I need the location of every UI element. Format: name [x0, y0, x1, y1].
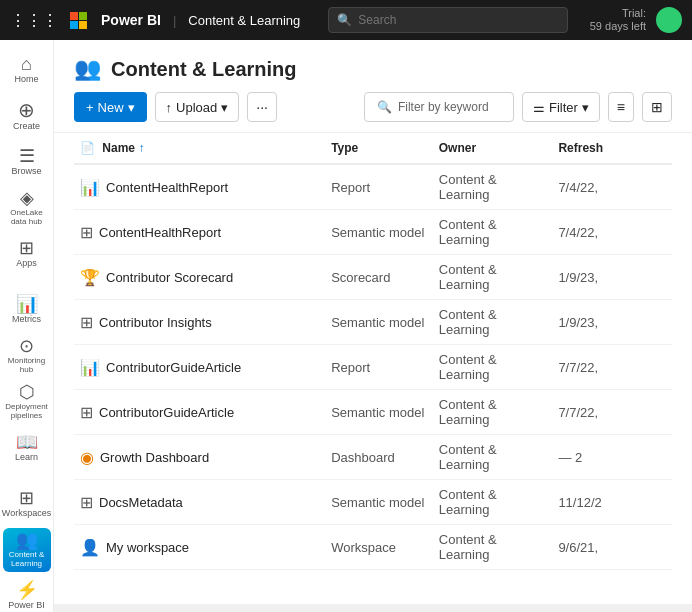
col-refresh-label: Refresh: [558, 141, 603, 155]
table-row[interactable]: 👤 My workspace Workspace Content & Learn…: [74, 525, 672, 570]
row-name-1: ContentHealthReport: [99, 225, 221, 240]
view-toggle-button[interactable]: ≡: [608, 92, 634, 122]
cell-name-0: 📊 ContentHealthReport: [74, 164, 325, 210]
cell-refresh-6: — 2: [552, 435, 672, 480]
topbar-search-box[interactable]: 🔍: [328, 7, 568, 33]
cell-owner-8: Content & Learning: [433, 525, 553, 570]
row-icon-4: 📊: [80, 358, 100, 377]
table-row[interactable]: ◉ Growth Dashboard Dashboard Content & L…: [74, 435, 672, 480]
workspaces-icon: ⊞: [19, 489, 34, 507]
col-header-owner[interactable]: Owner: [433, 133, 553, 164]
filter-chevron-icon: ▾: [582, 100, 589, 115]
file-icon-header: 📄: [80, 141, 95, 155]
cell-refresh-5: 7/7/22,: [552, 390, 672, 435]
search-input[interactable]: [358, 13, 559, 27]
filter-keyword-button[interactable]: 🔍 Filter by keyword: [364, 92, 514, 122]
cell-owner-5: Content & Learning: [433, 390, 553, 435]
sidebar-item-deployment[interactable]: ⬡ Deployment pipelines: [3, 380, 51, 424]
monitoring-icon: ⊙: [19, 337, 34, 355]
sidebar-item-metrics[interactable]: 📊 Metrics: [3, 288, 51, 332]
sidebar-label-workspaces: Workspaces: [2, 509, 51, 519]
filter-button[interactable]: ⚌ Filter ▾: [522, 92, 600, 122]
row-name-6: Growth Dashboard: [100, 450, 209, 465]
content-area: 👥 Content & Learning + New ▾ ↑ Upload ▾ …: [54, 40, 692, 612]
cell-type-6: Dashboard: [325, 435, 433, 480]
display-options-button[interactable]: ⊞: [642, 92, 672, 122]
sidebar-item-create[interactable]: ⊕ Create: [3, 94, 51, 138]
table-row[interactable]: ⊞ ContributorGuideArticle Semantic model…: [74, 390, 672, 435]
onelake-icon: ◈: [20, 189, 34, 207]
cell-type-3: Semantic model: [325, 300, 433, 345]
topbar: ⋮⋮⋮ Power BI | Content & Learning 🔍 Tria…: [0, 0, 692, 40]
sidebar-label-power-bi: Power BI: [8, 601, 45, 611]
metrics-icon: 📊: [16, 295, 38, 313]
table-row[interactable]: 📊 ContentHealthReport Report Content & L…: [74, 164, 672, 210]
cell-name-6: ◉ Growth Dashboard: [74, 435, 325, 480]
row-icon-1: ⊞: [80, 223, 93, 242]
filter-keyword-search-icon: 🔍: [377, 100, 392, 114]
row-icon-8: 👤: [80, 538, 100, 557]
home-icon: ⌂: [21, 55, 32, 73]
sidebar-item-onelake[interactable]: ◈ OneLake data hub: [3, 186, 51, 230]
new-button[interactable]: + New ▾: [74, 92, 147, 122]
avatar[interactable]: [656, 7, 682, 33]
filter-label: Filter: [549, 100, 578, 115]
sort-asc-icon: ↑: [138, 141, 144, 155]
bottom-scrollbar[interactable]: [54, 604, 692, 612]
row-name-5: ContributorGuideArticle: [99, 405, 234, 420]
row-icon-0: 📊: [80, 178, 100, 197]
sidebar-item-home[interactable]: ⌂ Home: [3, 48, 51, 92]
sidebar-label-create: Create: [13, 122, 40, 132]
cell-refresh-1: 7/4/22,: [552, 210, 672, 255]
col-owner-label: Owner: [439, 141, 476, 155]
sidebar-label-browse: Browse: [11, 167, 41, 177]
items-table-container: 📄 Name ↑ Type Owner Refresh: [54, 133, 692, 604]
table-row[interactable]: ⊞ Contributor Insights Semantic model Co…: [74, 300, 672, 345]
table-row[interactable]: ⊞ DocsMetadata Semantic model Content & …: [74, 480, 672, 525]
new-plus-icon: +: [86, 100, 94, 115]
cell-type-7: Semantic model: [325, 480, 433, 525]
upload-button[interactable]: ↑ Upload ▾: [155, 92, 240, 122]
sidebar-item-browse[interactable]: ☰ Browse: [3, 140, 51, 184]
cell-name-4: 📊 ContributorGuideArticle: [74, 345, 325, 390]
sidebar-label-deployment: Deployment pipelines: [5, 403, 49, 421]
sidebar-item-learn[interactable]: 📖 Learn: [3, 426, 51, 470]
col-header-type[interactable]: Type: [325, 133, 433, 164]
sidebar-label-learn: Learn: [15, 453, 38, 463]
table-row[interactable]: ⊞ ContentHealthReport Semantic model Con…: [74, 210, 672, 255]
sidebar-label-apps: Apps: [16, 259, 37, 269]
grid-icon[interactable]: ⋮⋮⋮: [10, 11, 58, 30]
cell-owner-7: Content & Learning: [433, 480, 553, 525]
cell-type-1: Semantic model: [325, 210, 433, 255]
page-title-icon: 👥: [74, 56, 101, 82]
col-header-refresh[interactable]: Refresh: [552, 133, 672, 164]
cell-name-3: ⊞ Contributor Insights: [74, 300, 325, 345]
cell-name-7: ⊞ DocsMetadata: [74, 480, 325, 525]
row-name-2: Contributor Scorecard: [106, 270, 233, 285]
search-icon: 🔍: [337, 13, 352, 27]
more-button[interactable]: ···: [247, 92, 277, 122]
create-icon: ⊕: [18, 100, 35, 120]
sidebar-item-workspaces[interactable]: ⊞ Workspaces: [3, 482, 51, 526]
table-row[interactable]: 🏆 Contributor Scorecard Scorecard Conten…: [74, 255, 672, 300]
cell-name-5: ⊞ ContributorGuideArticle: [74, 390, 325, 435]
new-chevron-icon: ▾: [128, 100, 135, 115]
row-icon-7: ⊞: [80, 493, 93, 512]
trial-text: Trial: 59 days left: [590, 7, 646, 33]
topbar-workspace[interactable]: Content & Learning: [188, 13, 300, 28]
row-name-7: DocsMetadata: [99, 495, 183, 510]
main-layout: ⌂ Home ⊕ Create ☰ Browse ◈ OneLake data …: [0, 40, 692, 612]
upload-icon: ↑: [166, 100, 173, 115]
sidebar-item-content-learning[interactable]: 👥 Content & Learning: [3, 528, 51, 572]
col-header-name[interactable]: 📄 Name ↑: [74, 133, 325, 164]
cell-type-8: Workspace: [325, 525, 433, 570]
table-row[interactable]: 📊 ContributorGuideArticle Report Content…: [74, 345, 672, 390]
filter-keyword-label: Filter by keyword: [398, 100, 489, 114]
sidebar-item-apps[interactable]: ⊞ Apps: [3, 232, 51, 276]
cell-owner-2: Content & Learning: [433, 255, 553, 300]
sidebar-item-monitoring[interactable]: ⊙ Monitoring hub: [3, 334, 51, 378]
sidebar-label-onelake: OneLake data hub: [5, 209, 49, 227]
filter-icon: ⚌: [533, 100, 545, 115]
cell-refresh-2: 1/9/23,: [552, 255, 672, 300]
sidebar-item-power-bi[interactable]: ⚡ Power BI: [3, 574, 51, 612]
